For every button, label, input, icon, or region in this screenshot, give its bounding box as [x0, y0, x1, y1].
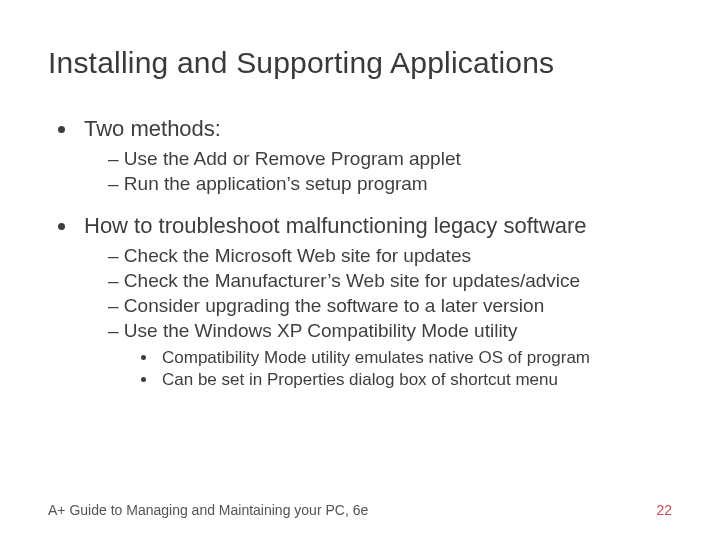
bullet-two-methods: Two methods: Use the Add or Remove Progr… — [78, 116, 672, 195]
page-number: 22 — [656, 502, 672, 518]
subbullet-ms-web: Check the Microsoft Web site for updates — [108, 245, 672, 267]
bullet-list-level-1: Two methods: Use the Add or Remove Progr… — [78, 116, 672, 390]
subsubbullet-properties: Can be set in Properties dialog box of s… — [158, 370, 672, 390]
bullet-text: How to troubleshoot malfunctioning legac… — [84, 213, 587, 238]
subbullet-text: Use the Windows XP Compatibility Mode ut… — [124, 320, 518, 341]
subsubbullet-emulates: Compatibility Mode utility emulates nati… — [158, 348, 672, 368]
slide-title: Installing and Supporting Applications — [48, 46, 672, 80]
footer-text: A+ Guide to Managing and Maintaining you… — [48, 502, 368, 518]
bullet-troubleshoot: How to troubleshoot malfunctioning legac… — [78, 213, 672, 390]
bullet-text: Two methods: — [84, 116, 221, 141]
subbullet-compat-mode: Use the Windows XP Compatibility Mode ut… — [108, 320, 672, 390]
subbullet-mfr-web: Check the Manufacturer’s Web site for up… — [108, 270, 672, 292]
subbullet-run-setup: Run the application’s setup program — [108, 173, 672, 195]
subbullet-upgrade: Consider upgrading the software to a lat… — [108, 295, 672, 317]
slide: Installing and Supporting Applications T… — [0, 0, 720, 540]
subbullet-add-remove: Use the Add or Remove Program applet — [108, 148, 672, 170]
bullet-list-level-2: Use the Add or Remove Program applet Run… — [108, 148, 672, 195]
bullet-list-level-3: Compatibility Mode utility emulates nati… — [158, 348, 672, 390]
bullet-list-level-2: Check the Microsoft Web site for updates… — [108, 245, 672, 390]
